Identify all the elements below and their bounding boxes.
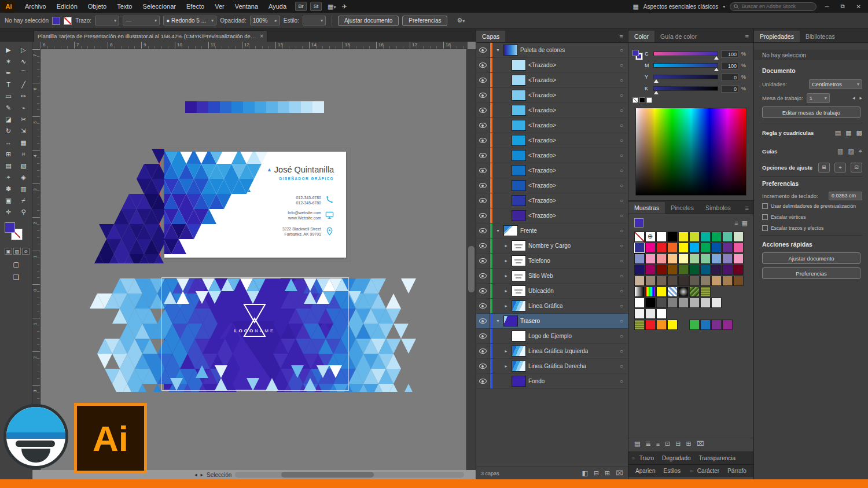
layer-row-trazado[interactable]: <Trazado>○ xyxy=(476,88,628,103)
swatch[interactable] xyxy=(645,265,656,275)
smart-guides-icon[interactable]: ⌖ xyxy=(859,148,862,155)
swatch[interactable] xyxy=(667,254,678,264)
horizontal-scrollbar-thumb[interactable] xyxy=(281,472,374,478)
slice-tool[interactable]: ⌿ xyxy=(16,195,31,206)
swatch[interactable] xyxy=(722,243,733,253)
swatch-grad-bw[interactable] xyxy=(634,287,645,297)
swatch[interactable] xyxy=(711,320,722,330)
visibility-toggle[interactable] xyxy=(476,88,490,102)
swatch-pattern-leaf[interactable] xyxy=(700,287,711,297)
color-spectrum[interactable] xyxy=(635,108,746,196)
transparency-grid-icon[interactable]: ▩ xyxy=(856,129,862,137)
delete-swatch-icon[interactable]: ⌧ xyxy=(697,440,704,447)
value-field[interactable]: 0 xyxy=(721,85,738,93)
swatch[interactable] xyxy=(689,276,700,286)
type-tool[interactable]: T xyxy=(1,79,16,90)
layer-row-trazado[interactable]: <Trazado>○ xyxy=(476,58,628,73)
snap-point-button[interactable]: ⌖ xyxy=(834,163,846,173)
clipping-mask-icon[interactable]: ◧ xyxy=(582,469,587,477)
menu-efecto[interactable]: Efecto xyxy=(181,3,209,10)
menu-seleccionar[interactable]: Seleccionar xyxy=(137,3,181,10)
layer-target-icon[interactable]: ○ xyxy=(615,92,628,98)
swatch-libraries-icon[interactable]: ▤ xyxy=(634,440,640,447)
value-field[interactable]: 100 xyxy=(721,62,738,69)
visibility-toggle[interactable] xyxy=(476,148,490,163)
layer-row-trazado[interactable]: <Trazado>○ xyxy=(476,73,628,88)
artboard-tool[interactable]: ▣ xyxy=(1,195,16,206)
fit-document-button[interactable]: Ajustar documento xyxy=(338,16,399,26)
layer-target-icon[interactable]: ○ xyxy=(615,77,628,83)
swatch[interactable] xyxy=(678,254,689,264)
slider-track-c[interactable] xyxy=(653,52,718,56)
visibility-toggle[interactable] xyxy=(476,43,490,57)
palette-swatch[interactable] xyxy=(301,101,312,113)
slider-track-m[interactable] xyxy=(653,63,718,68)
blend-tool[interactable]: ◈ xyxy=(16,171,31,183)
layer-target-icon[interactable]: ○ xyxy=(615,348,628,354)
swatch[interactable] xyxy=(678,265,689,275)
layer-target-icon[interactable]: ○ xyxy=(615,363,628,369)
visibility-toggle[interactable] xyxy=(476,133,490,148)
fill-swatch[interactable] xyxy=(52,17,60,25)
swatch[interactable] xyxy=(634,309,645,319)
swatch[interactable] xyxy=(711,276,722,286)
swatch[interactable] xyxy=(678,243,689,253)
checkbox-row-escalar-trazos-y-efectos[interactable]: Escalar trazos y efectos xyxy=(762,225,865,231)
tab-bibliotecas[interactable]: Bibliotecas xyxy=(800,31,841,42)
checkbox[interactable] xyxy=(762,203,768,209)
panel-menu-icon[interactable]: ≡ xyxy=(741,202,753,214)
expander-icon[interactable]: ▾ xyxy=(495,318,501,324)
eraser-tool[interactable]: ◪ xyxy=(1,113,16,125)
layer-row-paleta-de-colores[interactable]: ▾Paleta de colores○ xyxy=(476,43,628,58)
expander-icon[interactable]: ▸ xyxy=(503,273,509,278)
swatch[interactable] xyxy=(711,254,722,264)
swatch[interactable] xyxy=(733,243,744,253)
checkbox-row-escalar-v-rtices[interactable]: Escalar vértices xyxy=(762,214,865,220)
layer-target-icon[interactable]: ○ xyxy=(615,167,628,174)
document-tab[interactable]: Plantilla Tarjeta de Presentación en Ill… xyxy=(34,30,267,42)
layer-target-icon[interactable]: ○ xyxy=(615,107,628,113)
visibility-toggle[interactable] xyxy=(476,163,490,178)
swatch[interactable] xyxy=(722,232,733,242)
color-mode-button[interactable]: ▣ xyxy=(5,248,12,255)
swatch[interactable] xyxy=(667,243,678,253)
layer-target-icon[interactable]: ○ xyxy=(615,182,628,189)
palette-swatch[interactable] xyxy=(231,101,243,113)
ruler-horizontal[interactable]: 6789101112131415161718 xyxy=(41,42,468,49)
swatch[interactable] xyxy=(667,232,678,242)
zoom-tool[interactable]: ⚲ xyxy=(16,206,31,218)
layer-target-icon[interactable]: ○ xyxy=(615,122,628,129)
menu-ayuda[interactable]: Ayuda xyxy=(263,3,292,10)
black-chip[interactable] xyxy=(639,97,645,103)
layer-target-icon[interactable]: ○ xyxy=(615,62,628,68)
swatch-themes-icon[interactable]: ≣ xyxy=(645,440,650,447)
hand-tool[interactable]: ✛ xyxy=(1,206,16,218)
visibility-toggle[interactable] xyxy=(476,374,490,388)
menu-archivo[interactable]: Archivo xyxy=(20,3,52,10)
panel-menu-icon[interactable]: ≡ xyxy=(741,31,753,42)
preferences-button[interactable]: Preferencias xyxy=(762,267,860,279)
restore-icon[interactable]: ⧉ xyxy=(837,3,848,10)
rotate-tool[interactable]: ↻ xyxy=(1,125,16,137)
swatch[interactable] xyxy=(634,254,645,264)
shape-builder-tool[interactable]: ⊞ xyxy=(1,148,16,160)
swatch[interactable] xyxy=(700,298,711,308)
layer-row-trazado[interactable]: <Trazado>○ xyxy=(476,178,628,193)
vertical-scrollbar[interactable] xyxy=(466,49,476,470)
workspace-switcher-icon[interactable]: ▦ xyxy=(632,3,638,10)
swatch[interactable] xyxy=(700,254,711,264)
stroke-width-field[interactable]: ▾ xyxy=(95,16,119,25)
swatch[interactable] xyxy=(634,265,645,275)
show-guides-icon[interactable]: ▥ xyxy=(837,148,843,155)
swatch[interactable] xyxy=(645,254,656,264)
tab-pinceles[interactable]: Pinceles xyxy=(665,202,700,214)
palette-swatch[interactable] xyxy=(185,101,197,113)
swatch-kind-icon[interactable]: ≡ xyxy=(656,441,660,447)
minimize-icon[interactable]: ─ xyxy=(821,3,832,10)
app-logo[interactable]: Ai xyxy=(2,1,15,12)
swatch[interactable] xyxy=(667,298,678,308)
close-icon[interactable]: ✕ xyxy=(853,3,865,10)
none-chip[interactable] xyxy=(632,97,638,103)
checkbox[interactable] xyxy=(762,225,768,231)
share-icon[interactable]: ✈ xyxy=(341,3,347,10)
